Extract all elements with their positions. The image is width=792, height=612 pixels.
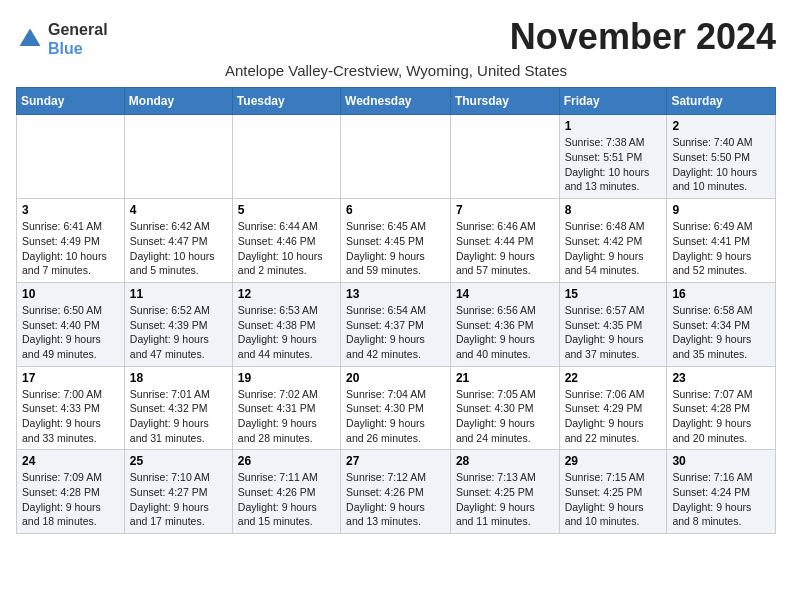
day-number: 30 (672, 454, 770, 468)
day-number: 10 (22, 287, 119, 301)
calendar-cell: 4Sunrise: 6:42 AM Sunset: 4:47 PM Daylig… (124, 199, 232, 283)
day-header-sunday: Sunday (17, 88, 125, 115)
logo-blue: Blue (48, 39, 108, 58)
calendar-cell: 12Sunrise: 6:53 AM Sunset: 4:38 PM Dayli… (232, 282, 340, 366)
day-info: Sunrise: 6:42 AM Sunset: 4:47 PM Dayligh… (130, 219, 227, 278)
calendar-cell: 1Sunrise: 7:38 AM Sunset: 5:51 PM Daylig… (559, 115, 667, 199)
day-header-monday: Monday (124, 88, 232, 115)
day-number: 4 (130, 203, 227, 217)
calendar-cell: 7Sunrise: 6:46 AM Sunset: 4:44 PM Daylig… (450, 199, 559, 283)
day-number: 22 (565, 371, 662, 385)
day-info: Sunrise: 6:54 AM Sunset: 4:37 PM Dayligh… (346, 303, 445, 362)
month-title: November 2024 (510, 16, 776, 58)
day-number: 11 (130, 287, 227, 301)
day-number: 17 (22, 371, 119, 385)
calendar-cell: 14Sunrise: 6:56 AM Sunset: 4:36 PM Dayli… (450, 282, 559, 366)
day-info: Sunrise: 7:02 AM Sunset: 4:31 PM Dayligh… (238, 387, 335, 446)
calendar-cell: 16Sunrise: 6:58 AM Sunset: 4:34 PM Dayli… (667, 282, 776, 366)
day-info: Sunrise: 7:10 AM Sunset: 4:27 PM Dayligh… (130, 470, 227, 529)
day-header-thursday: Thursday (450, 88, 559, 115)
day-info: Sunrise: 6:58 AM Sunset: 4:34 PM Dayligh… (672, 303, 770, 362)
calendar-cell: 11Sunrise: 6:52 AM Sunset: 4:39 PM Dayli… (124, 282, 232, 366)
calendar-cell: 15Sunrise: 6:57 AM Sunset: 4:35 PM Dayli… (559, 282, 667, 366)
day-number: 9 (672, 203, 770, 217)
day-info: Sunrise: 7:16 AM Sunset: 4:24 PM Dayligh… (672, 470, 770, 529)
day-info: Sunrise: 7:01 AM Sunset: 4:32 PM Dayligh… (130, 387, 227, 446)
calendar-cell: 30Sunrise: 7:16 AM Sunset: 4:24 PM Dayli… (667, 450, 776, 534)
day-number: 20 (346, 371, 445, 385)
logo: General Blue (16, 20, 108, 58)
day-number: 29 (565, 454, 662, 468)
logo-icon (16, 25, 44, 53)
day-info: Sunrise: 6:44 AM Sunset: 4:46 PM Dayligh… (238, 219, 335, 278)
calendar-cell: 17Sunrise: 7:00 AM Sunset: 4:33 PM Dayli… (17, 366, 125, 450)
day-number: 2 (672, 119, 770, 133)
day-number: 3 (22, 203, 119, 217)
day-info: Sunrise: 7:05 AM Sunset: 4:30 PM Dayligh… (456, 387, 554, 446)
location-subtitle: Antelope Valley-Crestview, Wyoming, Unit… (16, 62, 776, 79)
calendar-cell (341, 115, 451, 199)
day-number: 15 (565, 287, 662, 301)
day-number: 13 (346, 287, 445, 301)
day-info: Sunrise: 7:00 AM Sunset: 4:33 PM Dayligh… (22, 387, 119, 446)
day-info: Sunrise: 6:46 AM Sunset: 4:44 PM Dayligh… (456, 219, 554, 278)
logo-general: General (48, 20, 108, 39)
day-info: Sunrise: 6:41 AM Sunset: 4:49 PM Dayligh… (22, 219, 119, 278)
day-info: Sunrise: 7:40 AM Sunset: 5:50 PM Dayligh… (672, 135, 770, 194)
day-info: Sunrise: 6:53 AM Sunset: 4:38 PM Dayligh… (238, 303, 335, 362)
calendar-cell: 19Sunrise: 7:02 AM Sunset: 4:31 PM Dayli… (232, 366, 340, 450)
calendar-cell: 18Sunrise: 7:01 AM Sunset: 4:32 PM Dayli… (124, 366, 232, 450)
calendar-cell (124, 115, 232, 199)
day-header-saturday: Saturday (667, 88, 776, 115)
day-number: 1 (565, 119, 662, 133)
svg-rect-2 (24, 41, 35, 47)
calendar-cell (232, 115, 340, 199)
day-number: 24 (22, 454, 119, 468)
calendar-cell: 23Sunrise: 7:07 AM Sunset: 4:28 PM Dayli… (667, 366, 776, 450)
day-info: Sunrise: 6:50 AM Sunset: 4:40 PM Dayligh… (22, 303, 119, 362)
calendar-cell: 28Sunrise: 7:13 AM Sunset: 4:25 PM Dayli… (450, 450, 559, 534)
calendar-cell: 10Sunrise: 6:50 AM Sunset: 4:40 PM Dayli… (17, 282, 125, 366)
day-number: 8 (565, 203, 662, 217)
day-number: 16 (672, 287, 770, 301)
day-info: Sunrise: 7:04 AM Sunset: 4:30 PM Dayligh… (346, 387, 445, 446)
calendar-cell: 21Sunrise: 7:05 AM Sunset: 4:30 PM Dayli… (450, 366, 559, 450)
day-info: Sunrise: 6:45 AM Sunset: 4:45 PM Dayligh… (346, 219, 445, 278)
day-info: Sunrise: 7:12 AM Sunset: 4:26 PM Dayligh… (346, 470, 445, 529)
day-number: 14 (456, 287, 554, 301)
day-info: Sunrise: 7:38 AM Sunset: 5:51 PM Dayligh… (565, 135, 662, 194)
calendar-cell: 9Sunrise: 6:49 AM Sunset: 4:41 PM Daylig… (667, 199, 776, 283)
day-header-friday: Friday (559, 88, 667, 115)
calendar-cell (17, 115, 125, 199)
day-info: Sunrise: 7:06 AM Sunset: 4:29 PM Dayligh… (565, 387, 662, 446)
day-info: Sunrise: 7:11 AM Sunset: 4:26 PM Dayligh… (238, 470, 335, 529)
day-number: 18 (130, 371, 227, 385)
day-number: 23 (672, 371, 770, 385)
calendar-cell: 3Sunrise: 6:41 AM Sunset: 4:49 PM Daylig… (17, 199, 125, 283)
day-info: Sunrise: 7:13 AM Sunset: 4:25 PM Dayligh… (456, 470, 554, 529)
day-number: 12 (238, 287, 335, 301)
calendar-cell: 27Sunrise: 7:12 AM Sunset: 4:26 PM Dayli… (341, 450, 451, 534)
calendar-cell: 25Sunrise: 7:10 AM Sunset: 4:27 PM Dayli… (124, 450, 232, 534)
day-header-tuesday: Tuesday (232, 88, 340, 115)
day-number: 5 (238, 203, 335, 217)
day-number: 26 (238, 454, 335, 468)
calendar-cell: 29Sunrise: 7:15 AM Sunset: 4:25 PM Dayli… (559, 450, 667, 534)
day-number: 6 (346, 203, 445, 217)
calendar-cell (450, 115, 559, 199)
day-number: 7 (456, 203, 554, 217)
day-info: Sunrise: 7:15 AM Sunset: 4:25 PM Dayligh… (565, 470, 662, 529)
calendar-cell: 6Sunrise: 6:45 AM Sunset: 4:45 PM Daylig… (341, 199, 451, 283)
day-info: Sunrise: 7:09 AM Sunset: 4:28 PM Dayligh… (22, 470, 119, 529)
day-info: Sunrise: 6:57 AM Sunset: 4:35 PM Dayligh… (565, 303, 662, 362)
day-info: Sunrise: 7:07 AM Sunset: 4:28 PM Dayligh… (672, 387, 770, 446)
day-info: Sunrise: 6:56 AM Sunset: 4:36 PM Dayligh… (456, 303, 554, 362)
calendar-cell: 22Sunrise: 7:06 AM Sunset: 4:29 PM Dayli… (559, 366, 667, 450)
calendar-cell: 5Sunrise: 6:44 AM Sunset: 4:46 PM Daylig… (232, 199, 340, 283)
day-number: 25 (130, 454, 227, 468)
day-info: Sunrise: 6:48 AM Sunset: 4:42 PM Dayligh… (565, 219, 662, 278)
calendar-cell: 20Sunrise: 7:04 AM Sunset: 4:30 PM Dayli… (341, 366, 451, 450)
day-number: 21 (456, 371, 554, 385)
calendar-cell: 13Sunrise: 6:54 AM Sunset: 4:37 PM Dayli… (341, 282, 451, 366)
calendar-cell: 26Sunrise: 7:11 AM Sunset: 4:26 PM Dayli… (232, 450, 340, 534)
